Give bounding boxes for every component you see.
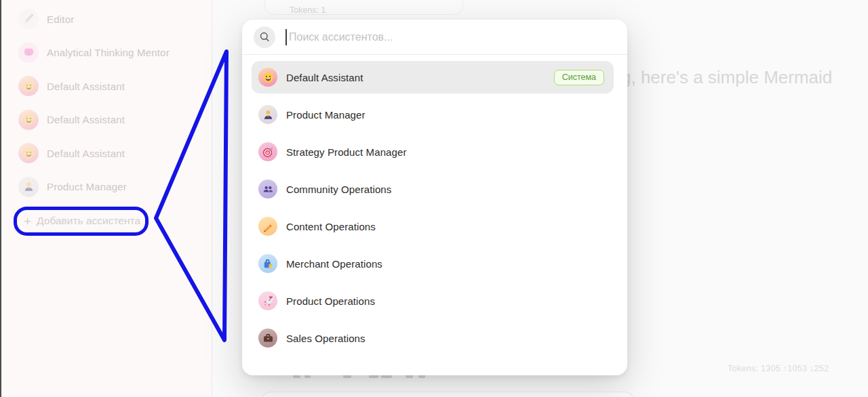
sidebar-assistant-item[interactable]: Default Assistant	[1, 136, 212, 170]
search-icon	[254, 26, 275, 48]
manager-icon	[18, 177, 39, 197]
rocket-icon	[258, 291, 277, 310]
text-cursor	[285, 29, 287, 45]
people-icon	[258, 180, 277, 198]
assistant-list-item[interactable]: Default Assistant Система	[252, 61, 614, 93]
shopping-bag-icon	[258, 254, 277, 273]
add-assistant-button[interactable]: + Добавить ассистента	[15, 207, 150, 234]
screen-left-edge	[0, 0, 1, 397]
assistant-search-input[interactable]	[289, 31, 615, 43]
assistant-list: Default Assistant Система Product Manage…	[242, 55, 627, 354]
assistant-list-item[interactable]: Strategy Product Manager	[252, 135, 614, 168]
assistant-list-item[interactable]: Merchant Operations	[252, 247, 614, 280]
assistant-list-item[interactable]: Product Manager	[252, 98, 614, 131]
assistant-picker-dialog: Default Assistant Система Product Manage…	[242, 20, 627, 375]
assistants-sidebar: Editor Analytical Thinking Mentor Defaul…	[1, 0, 212, 397]
assistant-list-item[interactable]: Product Operations	[252, 285, 614, 317]
sidebar-assistant-item[interactable]: Editor	[1, 2, 212, 36]
system-badge: Система	[554, 70, 604, 85]
plus-icon: +	[24, 215, 31, 228]
app-window: Tokens: 1 g, here's a simple Mermaid Tok…	[0, 0, 868, 397]
assistant-list-item[interactable]: Sales Operations	[252, 322, 614, 354]
writing-hand-icon	[258, 217, 277, 236]
sidebar-assistant-item[interactable]: Default Assistant	[1, 103, 212, 137]
smiley-icon	[258, 68, 277, 87]
conversation-token-count: Tokens: 1305 ↑1053 ↓252	[728, 364, 829, 373]
assistant-list-item[interactable]: Content Operations	[252, 210, 614, 243]
sidebar-assistant-item[interactable]: Default Assistant	[1, 69, 212, 103]
target-icon	[258, 142, 277, 161]
faded-chat-input	[261, 392, 634, 397]
message-token-count: Tokens: 1	[290, 5, 326, 15]
manager-icon	[258, 105, 277, 124]
briefcase-icon	[258, 329, 277, 348]
chat-message-fragment: g, here's a simple Mermaid	[621, 67, 832, 88]
smiley-icon	[18, 110, 39, 130]
smiley-icon	[18, 143, 39, 163]
brain-icon	[18, 43, 39, 63]
smiley-icon	[18, 76, 39, 96]
pencil-icon	[18, 9, 39, 29]
assistant-list-item[interactable]: Community Operations	[252, 173, 614, 205]
assistant-search-row	[242, 20, 627, 55]
sidebar-assistant-item[interactable]: Analytical Thinking Mentor	[1, 36, 212, 70]
sidebar-assistant-item[interactable]: Product Manager	[1, 170, 212, 204]
